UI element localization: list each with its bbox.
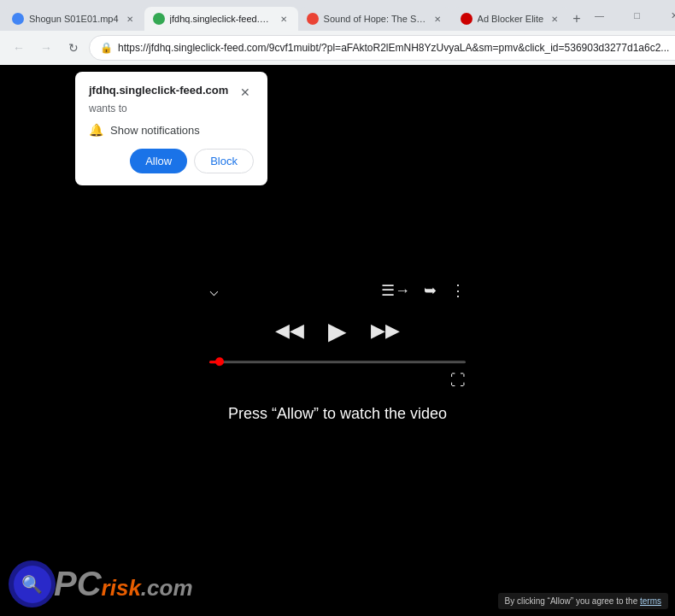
tab-title-singleclick: jfdhq.singleclick-feed.com <box>170 14 273 24</box>
close-button[interactable]: ✕ <box>656 3 675 27</box>
video-player: ⌵ ☰→ ➥ ⋮ ◀◀ ▶ ▶▶ ⛶ Pr <box>201 281 474 423</box>
window-controls: — □ ✕ <box>581 3 675 31</box>
play-button[interactable]: ▶ <box>328 317 347 345</box>
tab-bar: Shogun S01E01.mp4 ✕ jfdhq.singleclick-fe… <box>0 0 675 31</box>
url-text: https://jfdhq.singleclick-feed.com/9cvf1… <box>118 42 669 54</box>
maximize-button[interactable]: □ <box>619 3 656 27</box>
prev-button[interactable]: ◀◀ <box>275 320 304 342</box>
video-message: Press “Allow” to watch the video <box>201 405 474 423</box>
tab-close-shogun[interactable]: ✕ <box>124 13 136 25</box>
popup-wants-to: wants to <box>89 103 254 114</box>
pcrisk-risk-text: risk <box>102 575 141 601</box>
tab-favicon-shogun <box>12 13 24 25</box>
minimize-button[interactable]: — <box>581 3 619 27</box>
reload-button[interactable]: ↻ <box>62 36 85 60</box>
back-button[interactable]: ← <box>7 36 31 60</box>
browser-window: Shogun S01E01.mp4 ✕ jfdhq.singleclick-fe… <box>0 0 675 616</box>
address-input[interactable]: 🔒 https://jfdhq.singleclick-feed.com/9cv… <box>89 35 675 61</box>
player-controls-main: ◀◀ ▶ ▶▶ <box>201 317 474 345</box>
fullscreen-button[interactable]: ⛶ <box>450 372 466 390</box>
content-area: jfdhq.singleclick-feed.com ✕ wants to 🔔 … <box>0 65 675 616</box>
popup-domain: jfdhq.singleclick-feed.com <box>89 84 228 97</box>
pcrisk-badge: 🔍 <box>9 560 56 607</box>
bell-icon: 🔔 <box>89 123 103 137</box>
magnifier-icon: 🔍 <box>21 574 43 595</box>
popup-permission-label: Show notifications <box>110 124 200 137</box>
pcrisk-logo: 🔍 PC risk .com <box>9 560 193 607</box>
tab-close-adblocker[interactable]: ✕ <box>549 13 561 25</box>
disclaimer: By clicking “Allow” you agree to the ter… <box>498 593 668 609</box>
next-button[interactable]: ▶▶ <box>371 320 400 342</box>
tab-title-adblocker: Ad Blocker Elite <box>478 14 544 24</box>
popup-close-button[interactable]: ✕ <box>237 84 254 101</box>
disclaimer-text: By clicking “Allow” you agree to the <box>505 596 638 606</box>
tab-title-sound: Sound of Hope: The Story <box>324 14 426 24</box>
pcrisk-com-text: .com <box>141 575 193 601</box>
tab-close-singleclick[interactable]: ✕ <box>278 13 290 25</box>
progress-bar-container[interactable] <box>201 361 474 363</box>
pcrisk-text: PC risk .com <box>54 566 193 601</box>
notification-popup: jfdhq.singleclick-feed.com ✕ wants to 🔔 … <box>75 72 267 185</box>
tab-close-sound[interactable]: ✕ <box>431 13 443 25</box>
tab-title-shogun: Shogun S01E01.mp4 <box>29 14 119 24</box>
tab-shogun[interactable]: Shogun S01E01.mp4 ✕ <box>3 7 144 31</box>
pcrisk-badge-inner: 🔍 <box>14 566 51 603</box>
more-icon[interactable]: ⋮ <box>450 281 466 300</box>
tab-favicon-sound <box>307 13 319 25</box>
popup-header: jfdhq.singleclick-feed.com ✕ <box>89 84 254 101</box>
tab-singleclick[interactable]: jfdhq.singleclick-feed.com ✕ <box>144 7 298 31</box>
popup-buttons: Allow Block <box>89 149 254 173</box>
player-controls-top: ⌵ ☰→ ➥ ⋮ <box>201 281 474 300</box>
lock-icon: 🔒 <box>100 42 113 54</box>
tab-adblocker[interactable]: Ad Blocker Elite ✕ <box>452 7 570 31</box>
player-icons-right: ☰→ ➥ ⋮ <box>381 281 466 300</box>
block-button[interactable]: Block <box>194 149 254 173</box>
tab-favicon-adblocker <box>461 13 472 25</box>
player-bottom-row: ⛶ <box>201 372 474 390</box>
forward-button[interactable]: → <box>34 36 58 60</box>
collapse-icon[interactable]: ⌵ <box>209 281 219 300</box>
tab-favicon-singleclick <box>153 13 165 25</box>
tab-sound-of-hope[interactable]: Sound of Hope: The Story ✕ <box>298 7 452 31</box>
disclaimer-link[interactable]: terms <box>640 596 661 606</box>
address-bar: ← → ↻ 🔒 https://jfdhq.singleclick-feed.c… <box>0 31 675 65</box>
progress-bar-background <box>209 361 466 363</box>
popup-permission-row: 🔔 Show notifications <box>89 123 254 137</box>
share-icon[interactable]: ➥ <box>424 281 437 300</box>
progress-thumb <box>215 357 224 366</box>
new-tab-button[interactable]: + <box>572 7 580 31</box>
allow-button[interactable]: Allow <box>130 149 187 173</box>
queue-icon[interactable]: ☰→ <box>381 281 410 300</box>
pcrisk-pc-text: PC <box>54 566 102 601</box>
